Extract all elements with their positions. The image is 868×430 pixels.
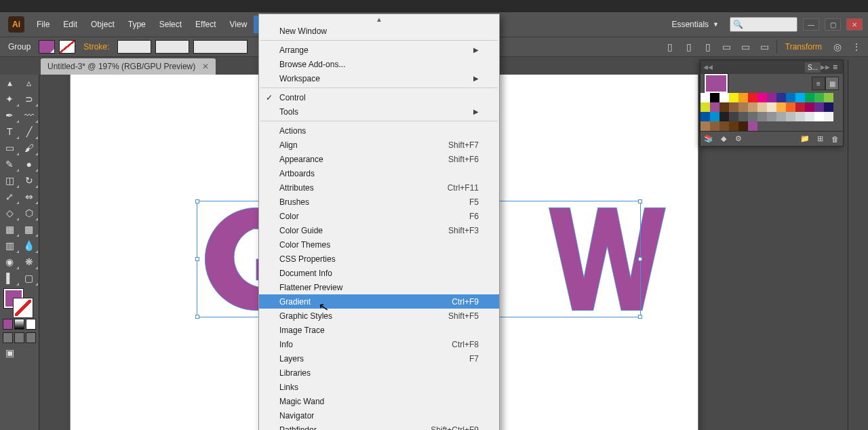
- free-transform-tool[interactable]: ◇: [0, 205, 20, 221]
- menu-item-arrange[interactable]: Arrange▶: [259, 43, 499, 57]
- swatch-15[interactable]: [710, 102, 719, 112]
- swatch-28[interactable]: [701, 112, 710, 121]
- draw-normal-icon[interactable]: [3, 332, 13, 343]
- swatch-10[interactable]: [795, 93, 805, 102]
- selection-tool[interactable]: ▴: [0, 75, 20, 91]
- swatch-23[interactable]: [786, 102, 795, 112]
- brush-definition-input[interactable]: [155, 40, 189, 54]
- isolate-icon[interactable]: ◎: [830, 39, 845, 54]
- swatch-43[interactable]: [710, 121, 719, 131]
- swatch-18[interactable]: [738, 102, 748, 112]
- tab-nav-left-icon[interactable]: ◀◀: [703, 64, 713, 71]
- swatch-30[interactable]: [719, 112, 729, 121]
- swatch-27[interactable]: [824, 102, 833, 112]
- swatch-36[interactable]: [776, 112, 786, 121]
- delete-swatch-icon[interactable]: 🗑: [829, 134, 840, 144]
- blob-brush-tool[interactable]: ●: [20, 156, 39, 172]
- panel-menu-icon[interactable]: ≡: [830, 62, 840, 72]
- menu-item-align[interactable]: AlignShift+F7: [259, 138, 499, 152]
- handle-mid-left[interactable]: [195, 257, 199, 261]
- stroke-swatch[interactable]: [59, 40, 75, 54]
- swatch-5[interactable]: [748, 93, 757, 102]
- align-bottom-icon[interactable]: ▭: [757, 39, 772, 54]
- swatch-34[interactable]: [757, 112, 767, 121]
- swatch-42[interactable]: [701, 121, 710, 131]
- perspective-tool[interactable]: ▦: [0, 221, 20, 237]
- blend-tool[interactable]: ◉: [0, 254, 20, 270]
- swatch-33[interactable]: [748, 112, 757, 121]
- swatch-13[interactable]: [824, 93, 833, 102]
- scale-tool[interactable]: ⤢: [0, 189, 20, 205]
- none-mode-icon[interactable]: [26, 319, 36, 330]
- menu-type[interactable]: Type: [121, 16, 153, 33]
- more-options-icon[interactable]: ⋮: [849, 39, 864, 54]
- handle-bottom-left[interactable]: [195, 315, 199, 319]
- swatch-9[interactable]: [786, 93, 795, 102]
- minimize-button[interactable]: —: [803, 18, 819, 31]
- swatch-47[interactable]: [748, 121, 757, 131]
- swatch-41[interactable]: [824, 112, 833, 121]
- type-tool[interactable]: T: [0, 123, 20, 140]
- width-tool[interactable]: ⇔: [20, 189, 39, 205]
- menu-item-gradient[interactable]: GradientCtrl+F9: [259, 294, 499, 309]
- swatch-3[interactable]: [729, 93, 738, 102]
- swatch-11[interactable]: [805, 93, 814, 102]
- tab-nav-right-icon[interactable]: ▶▶: [821, 64, 830, 71]
- style-input[interactable]: [193, 40, 248, 54]
- swatch-40[interactable]: [814, 112, 824, 121]
- menu-item-color-guide[interactable]: Color GuideShift+F3: [259, 223, 499, 237]
- menu-item-magic-wand[interactable]: Magic Wand: [259, 394, 499, 408]
- swatch-44[interactable]: [719, 121, 729, 131]
- gradient-tool[interactable]: ▥: [0, 237, 20, 254]
- swatch-12[interactable]: [814, 93, 824, 102]
- menu-item-control[interactable]: Control: [259, 90, 499, 104]
- swatch-4[interactable]: [738, 93, 748, 102]
- line-tool[interactable]: ╱: [20, 123, 39, 140]
- stroke-label[interactable]: Stroke:: [79, 42, 113, 52]
- menu-view[interactable]: View: [223, 16, 254, 33]
- swatch-39[interactable]: [805, 112, 814, 121]
- draw-inside-icon[interactable]: [26, 332, 36, 343]
- menu-item-libraries[interactable]: Libraries: [259, 366, 499, 380]
- stroke-weight-input[interactable]: [117, 40, 151, 54]
- swatch-17[interactable]: [729, 102, 738, 112]
- paintbrush-tool[interactable]: 🖌: [20, 140, 39, 156]
- swatch-38[interactable]: [795, 112, 805, 121]
- gradient-mode-icon[interactable]: [14, 319, 24, 330]
- swatch-22[interactable]: [776, 102, 786, 112]
- swatch-16[interactable]: [719, 102, 729, 112]
- align-right-icon[interactable]: ▯: [701, 39, 715, 54]
- swatch-libraries-icon[interactable]: 📚: [703, 134, 714, 144]
- collapsed-dock[interactable]: [848, 60, 868, 430]
- menu-item-navigator[interactable]: Navigator: [259, 408, 499, 423]
- menu-item-pathfinder[interactable]: PathfinderShift+Ctrl+F9: [259, 423, 499, 430]
- swatch-1[interactable]: [710, 93, 719, 102]
- eraser-tool[interactable]: ◫: [0, 172, 20, 189]
- grid-view-icon[interactable]: ▦: [825, 77, 839, 90]
- close-tab-icon[interactable]: ✕: [202, 62, 209, 71]
- fill-stroke-indicator[interactable]: [0, 286, 39, 317]
- eyedropper-tool[interactable]: 💧: [20, 237, 39, 254]
- swatch-37[interactable]: [786, 112, 795, 121]
- menu-item-info[interactable]: InfoCtrl+F8: [259, 337, 499, 351]
- menu-item-flattener-preview[interactable]: Flattener Preview: [259, 280, 499, 294]
- menu-item-brushes[interactable]: BrushesF5: [259, 195, 499, 209]
- menu-item-appearance[interactable]: AppearanceShift+F6: [259, 152, 499, 166]
- curvature-tool[interactable]: 〰: [20, 107, 39, 123]
- menu-item-links[interactable]: Links: [259, 380, 499, 394]
- handle-top-right[interactable]: [638, 199, 642, 203]
- swatch-29[interactable]: [710, 112, 719, 121]
- menu-item-attributes[interactable]: AttributesCtrl+F11: [259, 180, 499, 195]
- magic-wand-tool[interactable]: ✦: [0, 91, 20, 107]
- workspace-switcher[interactable]: Essentials ▼: [666, 17, 724, 32]
- menu-item-document-info[interactable]: Document Info: [259, 266, 499, 280]
- align-top-icon[interactable]: ▭: [719, 39, 734, 54]
- swatch-46[interactable]: [738, 121, 748, 131]
- menu-item-css-properties[interactable]: CSS Properties: [259, 252, 499, 266]
- menu-scroll-up-icon[interactable]: ▲: [259, 14, 499, 24]
- menu-select[interactable]: Select: [153, 16, 189, 33]
- align-vcenter-icon[interactable]: ▭: [738, 39, 753, 54]
- menu-object[interactable]: Object: [84, 16, 121, 33]
- column-graph-tool[interactable]: ▌: [0, 270, 20, 286]
- swatch-6[interactable]: [757, 93, 767, 102]
